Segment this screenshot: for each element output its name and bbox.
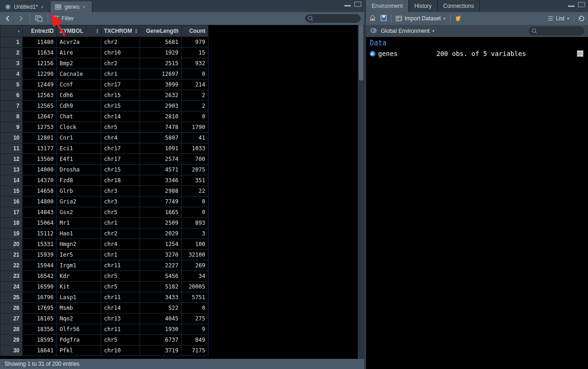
clear-workspace-icon[interactable]	[454, 14, 462, 23]
cell-genelength: 2515	[140, 58, 182, 69]
env-search-input[interactable]	[529, 27, 584, 35]
table-row[interactable]: 1012801Cnr1chr4580741	[0, 133, 208, 143]
cell-genelength: 4045	[140, 314, 182, 324]
data-grid: ▲ EntrezID▲▼ SYMBOL▲▼ TXCHROM▲▼ GeneLeng…	[0, 25, 364, 359]
table-row[interactable]: 512449Ccnfchr173099214	[0, 80, 208, 90]
table-row[interactable]: 2516796Lasp1chr1134335751	[0, 292, 208, 303]
vertical-scrollbar[interactable]	[358, 25, 364, 359]
table-row[interactable]: 712565Cdh9chr1529032	[0, 101, 208, 111]
import-dataset-button[interactable]: Import Dataset ▼	[395, 15, 447, 22]
table-row[interactable]: 3018641Pfklchr1037197175	[0, 345, 208, 356]
save-workspace-icon[interactable]	[380, 14, 387, 23]
table-row[interactable]: 1915112Hao1chr220293	[0, 228, 208, 239]
minimize-pane-icon[interactable]	[568, 2, 575, 7]
cell-count: 849	[182, 335, 208, 345]
show-in-window-icon[interactable]	[35, 14, 43, 23]
env-object-row[interactable]: ▶ genes 200 obs. of 5 variables	[369, 49, 585, 58]
view-mode-dropdown[interactable]: List ▼	[547, 15, 570, 22]
table-search-input[interactable]	[305, 14, 361, 23]
table-row[interactable]: 612563Cdh6chr1526322	[0, 90, 208, 101]
table-row[interactable]: 2015331Hmgn2chr41254100	[0, 239, 208, 250]
env-tabstrip: Environment History Connections	[366, 0, 588, 12]
table-row[interactable]: 2215944Irgm1chr112227269	[0, 260, 208, 271]
cell-txchrom: chr5	[101, 271, 140, 282]
col-rownum[interactable]: ▲	[0, 25, 23, 37]
import-icon	[395, 15, 403, 22]
cell-count: 0	[182, 69, 208, 80]
cell-entrezid: 18595	[23, 335, 57, 345]
table-row[interactable]: 812647Chatchr1428100	[0, 111, 208, 122]
table-row[interactable]: 2918595Pdgfrachr56737849	[0, 335, 208, 345]
tab-connections[interactable]: Connections	[438, 0, 480, 12]
col-count[interactable]: Count▲▼	[182, 25, 208, 37]
scope-label: Global Environment	[381, 28, 429, 34]
rownum-cell: 11	[0, 143, 23, 154]
table-row[interactable]: 2617695Msmbchr145220	[0, 303, 208, 314]
expand-icon[interactable]: ▶	[370, 51, 375, 56]
cell-symbol: Eci1	[57, 143, 101, 154]
tab-history[interactable]: History	[409, 0, 437, 12]
table-row[interactable]: 1714843Gsx2chr516650	[0, 207, 208, 218]
table-row[interactable]: 1614800Gria2chr377490	[0, 197, 208, 207]
rownum-cell: 26	[0, 303, 23, 314]
close-icon[interactable]: ×	[82, 4, 85, 10]
cell-entrezid: 12753	[23, 122, 57, 133]
cell-txchrom: chr17	[101, 143, 140, 154]
col-txchrom[interactable]: TXCHROM▲▼	[101, 25, 140, 37]
cell-entrezid: 12801	[23, 133, 57, 143]
scope-dropdown[interactable]: Global Environment ▼	[381, 28, 435, 34]
table-row[interactable]: 1314000Droshachr1545712075	[0, 165, 208, 175]
nav-forward-button[interactable]	[17, 14, 25, 23]
table-row[interactable]: 2718105Nqo2chr134045275	[0, 314, 208, 324]
rownum-cell: 23	[0, 271, 23, 282]
table-row[interactable]: 912753Clockchr574781790	[0, 122, 208, 133]
table-row[interactable]: 2316542Kdrchr5545634	[0, 271, 208, 282]
nav-back-button[interactable]	[4, 14, 12, 23]
table-row[interactable]: 1113177Eci1chr1710911033	[0, 143, 208, 154]
cell-entrezid: 12449	[23, 80, 57, 90]
scroll-thumb[interactable]	[359, 25, 363, 80]
refresh-button[interactable]	[578, 15, 585, 22]
filter-button[interactable]: Filter	[53, 15, 74, 22]
table-row[interactable]: 2416590Kitchr5518220005	[0, 282, 208, 292]
filter-label: Filter	[61, 15, 74, 22]
view-data-icon[interactable]	[577, 50, 583, 57]
table-icon	[55, 4, 61, 10]
cell-entrezid: 15939	[23, 250, 57, 260]
cell-entrezid: 16542	[23, 271, 57, 282]
maximize-pane-icon[interactable]	[578, 2, 585, 7]
minimize-pane-icon[interactable]	[344, 1, 351, 7]
cell-count: 1033	[182, 143, 208, 154]
cell-txchrom: chr2	[101, 228, 140, 239]
table-row[interactable]: 412290Cacna1echr1126970	[0, 69, 208, 80]
tab-genes[interactable]: genes ×	[50, 1, 92, 12]
cell-txchrom: chr17	[101, 154, 140, 165]
table-row[interactable]: 312156Bmp2chr22515932	[0, 58, 208, 69]
table-row[interactable]: 211634Airechr10192915	[0, 48, 208, 58]
cell-count: 5751	[182, 292, 208, 303]
cell-genelength: 5456	[140, 271, 182, 282]
table-row[interactable]: 1514658Glrbchr3298822	[0, 186, 208, 197]
filter-icon	[53, 15, 59, 22]
col-symbol[interactable]: SYMBOL▲▼	[57, 25, 101, 37]
table-row[interactable]: 2115939Ier5chr1327032100	[0, 250, 208, 260]
rownum-cell: 3	[0, 58, 23, 69]
load-workspace-icon[interactable]	[369, 14, 376, 23]
table-row[interactable]: 1815064Mr1chr12509893	[0, 218, 208, 228]
cell-genelength: 7478	[140, 122, 182, 133]
cell-genelength: 5681	[140, 37, 182, 48]
col-entrezid[interactable]: EntrezID▲▼	[23, 25, 57, 37]
table-row[interactable]: 1213560E4f1chr172574700	[0, 154, 208, 165]
cell-entrezid: 14843	[23, 207, 57, 218]
table-row[interactable]: 1414370Fzd8chr183346351	[0, 175, 208, 186]
table-row[interactable]: 111480Acvr2achr25681979	[0, 37, 208, 48]
tab-untitled1[interactable]: Untitled1* ×	[0, 1, 50, 12]
col-genelength[interactable]: GeneLength▲▼	[140, 25, 182, 37]
rownum-cell: 10	[0, 133, 23, 143]
close-icon[interactable]: ×	[41, 4, 43, 10]
cell-count: 9	[182, 324, 208, 335]
tab-environment[interactable]: Environment	[366, 0, 409, 12]
maximize-pane-icon[interactable]	[354, 1, 361, 7]
table-row[interactable]: 2818356Olfr56chr1119309	[0, 324, 208, 335]
cell-count: 979	[182, 37, 208, 48]
